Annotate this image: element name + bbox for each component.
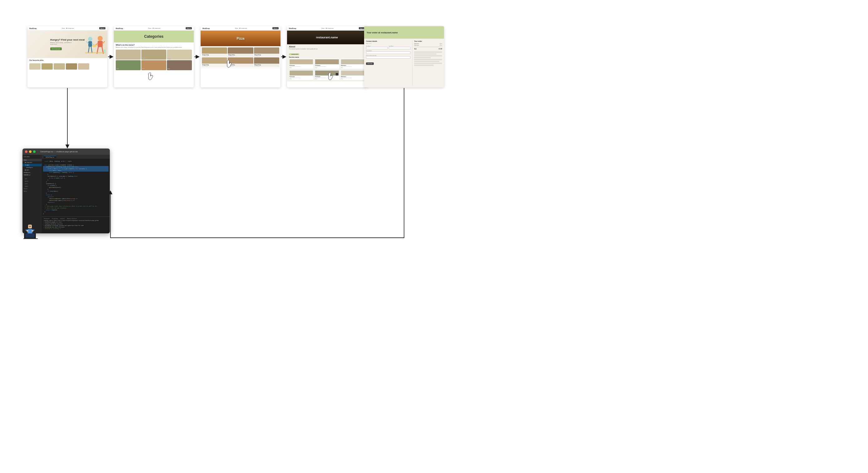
screen1-logo: MealSnap: [29, 27, 36, 29]
vscode-tab-githubpage[interactable]: GitHubPage.tsx: [44, 156, 56, 158]
vscode-editor[interactable]: const [data, loading, error] = style mai…: [42, 159, 110, 217]
screen5-next-btn[interactable]: Next step: [366, 62, 374, 65]
svg-rect-28: [25, 233, 35, 238]
screen1-signin[interactable]: Sign in: [99, 27, 105, 29]
sidebar-item-chatblock[interactable]: GitHubPage.tsx: [23, 166, 42, 169]
restaurant-item-2-label: Burger King 4.2 • 20-30 min: [228, 54, 253, 57]
sidebar-item-pages[interactable]: ▼ pages: [23, 164, 42, 166]
screen5-order-total: Sub € 0.00: [414, 48, 442, 50]
category-tacos-label: Tacos: [142, 68, 145, 70]
restaurant-item-3[interactable]: Burger King 4.2 • 20-30 min: [254, 48, 279, 57]
screen5-right-panel: Your order Dishname € x.x Dishname € x.x…: [412, 40, 442, 86]
sidebar-item-styles[interactable]: ▶ styles: [23, 169, 42, 171]
pick-item-5: [78, 63, 89, 70]
screen2-grid: Pizza Burgers Desserts Sushi Tacos Pasta: [116, 50, 192, 70]
restaurant-item-1-label: Burger King 4.2 • 20-30 min: [202, 54, 227, 57]
sidebar-item-misc6[interactable]: App.tsx: [23, 190, 42, 192]
screen5-email-input[interactable]: [366, 52, 411, 54]
screen5-divider: [414, 47, 442, 47]
screen4-hero: restaurant.name: [287, 31, 367, 44]
screen4-dishes-grid: Dishname your dish with short descriptio…: [289, 59, 365, 80]
screen5-firstname-input[interactable]: [366, 47, 388, 49]
category-pasta-label: Pasta: [167, 68, 170, 70]
category-pizza[interactable]: Pizza: [116, 50, 141, 60]
screen3-signin[interactable]: Sign in: [272, 27, 279, 29]
sidebar-item-src[interactable]: ▼ src: [23, 159, 42, 161]
screen1-topbar: MealSnap Home All restaurants Sign in: [27, 26, 107, 31]
vscode-close-dot[interactable]: [25, 150, 27, 153]
sidebar-item-components[interactable]: ▶ components: [23, 161, 42, 164]
screen4-restaurant-detail: MealSnap Home All restaurants Sign in re…: [287, 26, 367, 87]
screen5-order-item-1-price: € x.x: [440, 43, 442, 44]
dish-item-3[interactable]: Dishname your dish with short descriptio…: [340, 59, 365, 69]
category-burgers-label: Burgers: [142, 58, 145, 59]
vscode-minimize-dot[interactable]: [29, 150, 32, 153]
sidebar-item-explorer: EXPLORER: [23, 156, 42, 158]
screen5-email-field: Email address: [366, 50, 411, 54]
category-pasta[interactable]: Pasta: [167, 60, 192, 70]
svg-rect-22: [104, 50, 105, 53]
cursor-screen2: [148, 72, 155, 81]
screen5-lastname-field: Last Name: [389, 45, 411, 49]
screen5-order-item-2-price: € x.x: [440, 44, 442, 46]
screen5-order-title: Your order: [414, 40, 442, 42]
dish-item-4[interactable]: Dishname your dish with short descriptio…: [289, 70, 314, 80]
restaurant-item-6[interactable]: Burger King 4.2 • 20-30 min: [254, 57, 279, 67]
dish-price-1: € x.x: [289, 67, 313, 68]
screen5-order-item-1-name: Dishname: [414, 43, 419, 44]
dish-img-6: [341, 70, 365, 75]
sidebar-item-misc2[interactable]: ▶ hooks: [23, 180, 42, 183]
restaurant-item-4-label: Burger King 4.2 • 20-30 min: [202, 64, 227, 67]
svg-point-15: [88, 37, 92, 41]
restaurant-item-4[interactable]: Burger King 4.2 • 20-30 min: [202, 57, 227, 67]
dish-item-2[interactable]: Dishname your dish with short descriptio…: [314, 59, 339, 69]
restaurant-item-1[interactable]: Burger King 4.2 • 20-30 min: [202, 48, 227, 57]
screen2-topbar: MealSnap Home All restaurants Sign in: [114, 26, 194, 31]
dish-img-2: [315, 59, 339, 64]
robot-character: [23, 220, 41, 239]
restaurant-item-2[interactable]: Burger King 4.2 • 20-30 min: [228, 48, 253, 57]
screen1-picks-grid: [27, 62, 107, 70]
category-tacos[interactable]: Tacos: [141, 60, 166, 70]
category-desserts[interactable]: Desserts: [167, 50, 192, 60]
screen5-phone-input[interactable]: [366, 56, 411, 59]
sidebar-item-misc4[interactable]: ▶ types: [23, 185, 42, 188]
category-pizza-label: Pizza: [116, 58, 119, 59]
screen3-hero-title: Pizza: [237, 37, 244, 40]
restaurant-item-3-label: Burger King 4.2 • 20-30 min: [254, 54, 279, 57]
screen5-phone-field: Phone number (optional): [366, 55, 411, 59]
category-sushi[interactable]: Sushi: [116, 60, 141, 70]
dish-item-5[interactable]: + Dishname your dish with short descript…: [314, 70, 339, 80]
svg-rect-31: [28, 225, 32, 228]
sidebar-item-misc1[interactable]: ▶ api: [23, 178, 42, 180]
screen5-contact-label: Contact details: [366, 40, 411, 42]
vscode-maximize-dot[interactable]: [33, 150, 36, 153]
screen5-order-item-2: Dishname € x.x: [414, 44, 442, 46]
screen2-desc: Whatever we're craving - we'll deliver i…: [116, 47, 192, 49]
svg-rect-29: [23, 239, 38, 239]
screen1-home: MealSnap Home All restaurants Sign in Hu…: [27, 26, 107, 87]
dish-item-1[interactable]: Dishname your dish with short descriptio…: [289, 59, 314, 69]
sidebar-item-readme[interactable]: README.md: [23, 174, 42, 176]
screen2-header-title: Categories: [144, 34, 163, 39]
dish-img-4: [289, 70, 313, 75]
screen5-lastname-input[interactable]: [389, 47, 411, 49]
screen5-step-indicator: Step 1 of 3: [366, 43, 411, 44]
screen1-hero-title: Hungry? Find your next meal: [50, 38, 85, 41]
screen1-cta-btn[interactable]: Get restaurants: [50, 48, 62, 50]
screen1-picks-title: Our favourite picks: [27, 58, 107, 62]
pick-item-1: [29, 63, 40, 70]
dish-img-5: [315, 70, 339, 75]
sidebar-item-package[interactable]: package.json: [23, 171, 42, 174]
screen1-nav: Home All restaurants: [62, 27, 74, 29]
screen4-about-text: This restaurant is great for its atmosph…: [289, 49, 365, 50]
svg-line-10: [103, 41, 104, 43]
screen3-topbar: MealSnap Home All restaurants Sign in: [200, 26, 280, 31]
svg-line-19: [88, 47, 89, 53]
screen5-topbar: Your order at restaurant.name: [364, 26, 444, 39]
sidebar-item-misc5[interactable]: index.tsx: [23, 188, 42, 190]
sidebar-item-misc3[interactable]: ▶ utils: [23, 183, 42, 185]
screen2-signin[interactable]: Sign in: [186, 27, 192, 29]
category-burgers[interactable]: Burgers: [141, 50, 166, 60]
dish-item-6[interactable]: Dishname your dish with short descriptio…: [340, 70, 365, 80]
